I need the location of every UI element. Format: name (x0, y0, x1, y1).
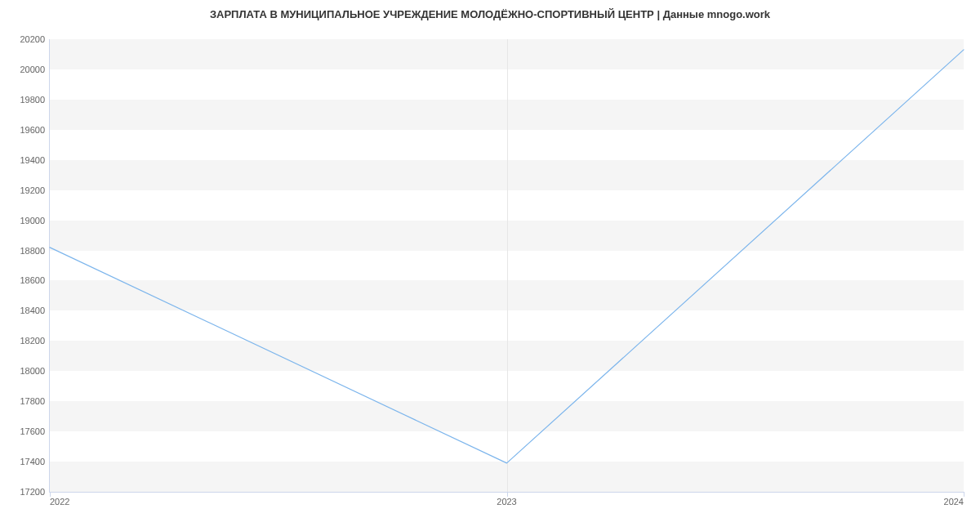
x-axis-tick-label: 2022 (50, 497, 69, 506)
line-series-svg (50, 39, 964, 492)
y-axis-tick-label: 17200 (20, 487, 45, 497)
chart-title: ЗАРПЛАТА В МУНИЦИПАЛЬНОЕ УЧРЕЖДЕНИЕ МОЛО… (0, 8, 980, 20)
y-axis-tick-label: 20000 (20, 65, 45, 74)
y-axis-tick-label: 19600 (20, 125, 45, 135)
y-axis-tick-label: 18600 (20, 275, 45, 285)
y-axis-tick-label: 17400 (20, 457, 45, 466)
plot-area: 1720017400176001780018000182001840018600… (49, 39, 964, 493)
y-axis-tick-label: 18000 (20, 366, 45, 376)
y-axis-tick-label: 18400 (20, 306, 45, 315)
y-axis-tick-label: 19200 (20, 185, 45, 195)
series-line (50, 50, 964, 463)
x-axis-tick-label: 2024 (944, 497, 964, 506)
y-axis-tick-label: 19800 (20, 95, 45, 105)
y-axis-tick-label: 19400 (20, 155, 45, 165)
y-axis-tick-label: 18200 (20, 336, 45, 346)
x-axis-tick-label: 2023 (497, 497, 516, 506)
x-axis-tick (964, 492, 964, 497)
y-axis-tick-label: 17600 (20, 426, 45, 436)
line-chart: ЗАРПЛАТА В МУНИЦИПАЛЬНОЕ УЧРЕЖДЕНИЕ МОЛО… (0, 0, 980, 531)
y-axis-tick-label: 18800 (20, 246, 45, 256)
y-axis-tick-label: 19000 (20, 216, 45, 225)
y-axis-tick-label: 20200 (20, 34, 45, 44)
y-axis-tick-label: 17800 (20, 396, 45, 406)
